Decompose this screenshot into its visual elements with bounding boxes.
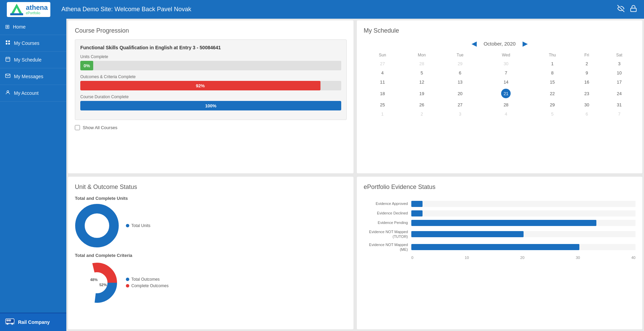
- units-pct-label: 0%: [84, 63, 90, 68]
- cal-day[interactable]: 5: [534, 109, 571, 119]
- cal-day[interactable]: 25: [364, 100, 401, 109]
- units-label: Units Complete: [80, 54, 341, 59]
- cal-day[interactable]: 29: [534, 100, 571, 109]
- svg-rect-4: [631, 8, 637, 12]
- my-schedule-panel: My Schedule ◀ October, 2020 ▶ Sun Mon Tu…: [357, 20, 642, 173]
- axis-row: 010203040: [411, 256, 635, 260]
- cal-day[interactable]: 11: [364, 77, 401, 87]
- unit-outcome-panel: Unit & Outcome Status Total and Complete…: [68, 177, 353, 330]
- cal-day[interactable]: 8: [534, 68, 571, 77]
- lock-icon[interactable]: [630, 5, 637, 14]
- cal-day[interactable]: 19: [401, 87, 442, 100]
- svg-rect-9: [6, 57, 10, 62]
- cal-day[interactable]: 16: [571, 77, 603, 87]
- train-icon: [5, 317, 15, 327]
- calendar-header: ◀ October, 2020 ▶: [364, 39, 635, 48]
- sidebar-item-my-courses[interactable]: My Courses: [0, 35, 66, 52]
- cal-day[interactable]: 23: [571, 87, 603, 100]
- outcomes-bar-container: 92%: [80, 81, 341, 90]
- cal-day[interactable]: 7: [603, 109, 635, 119]
- unit-outcome-title: Unit & Outcome Status: [75, 184, 347, 191]
- axis-tick: 0: [411, 256, 413, 260]
- home-icon: ⊞: [5, 23, 10, 30]
- outcomes-section: Outcomes & Criteria Complete 92%: [80, 74, 341, 90]
- header-icons: [617, 5, 637, 14]
- donut2-svg: 48% 52%: [75, 261, 119, 305]
- calendar-month: October, 2020: [483, 41, 515, 47]
- sidebar-item-my-schedule[interactable]: My Schedule: [0, 52, 66, 68]
- cal-day[interactable]: 2: [401, 109, 442, 119]
- cal-day[interactable]: 31: [603, 100, 635, 109]
- cal-day[interactable]: 1: [364, 109, 401, 119]
- cal-day[interactable]: 24: [603, 87, 635, 100]
- outcomes-progress-bar: 92%: [80, 81, 320, 90]
- cal-day[interactable]: 15: [534, 77, 571, 87]
- sidebar-nav: ⊞ Home My Courses My Schedule My Messag: [0, 19, 66, 313]
- legend-label-total-units: Total Units: [131, 223, 150, 228]
- eye-off-icon[interactable]: [617, 5, 625, 14]
- cal-day[interactable]: 29: [442, 59, 478, 68]
- next-month-button[interactable]: ▶: [523, 39, 528, 48]
- cal-day[interactable]: 30: [478, 59, 534, 68]
- legend-complete-outcomes: Complete Outcomes: [126, 283, 168, 288]
- svg-rect-5: [6, 40, 7, 42]
- cal-day[interactable]: 1: [534, 59, 571, 68]
- svg-point-13: [7, 91, 9, 92]
- duration-section: Course Duration Complete 100%: [80, 94, 341, 110]
- cal-day[interactable]: 2: [571, 59, 603, 68]
- sidebar-item-my-messages[interactable]: My Messages: [0, 68, 66, 85]
- bar-row: Evidence Approved: [364, 201, 635, 207]
- donut1-row: Total Units: [75, 204, 347, 248]
- cal-day[interactable]: 3: [603, 59, 635, 68]
- calendar-grid: Sun Mon Tue Wed Thu Fri Sat 272829301234…: [364, 51, 635, 119]
- cal-day[interactable]: 27: [364, 59, 401, 68]
- cal-day[interactable]: 18: [364, 87, 401, 100]
- cal-day[interactable]: 13: [442, 77, 478, 87]
- show-all-checkbox[interactable]: [75, 125, 80, 130]
- axis-tick: 20: [520, 256, 524, 260]
- cal-day[interactable]: 20: [442, 87, 478, 100]
- bar-row: Evidence Pending: [364, 220, 635, 226]
- cal-day[interactable]: 4: [478, 109, 534, 119]
- course-title: Functional Skills Qualification in Engli…: [80, 45, 341, 50]
- cal-day[interactable]: 6: [442, 68, 478, 77]
- app-header: athena ePortfolio Athena Demo Site: Welc…: [0, 0, 644, 19]
- cal-day-tue: Tue: [442, 51, 478, 59]
- cal-day[interactable]: 7: [478, 68, 534, 77]
- outcomes-pct-label: 92%: [196, 83, 205, 88]
- bar-area: [411, 220, 635, 226]
- bar-fill: [411, 231, 524, 237]
- sidebar-item-my-account[interactable]: My Account: [0, 85, 66, 102]
- legend-total-outcomes: Total Outcomes: [126, 277, 168, 282]
- cal-day[interactable]: 22: [534, 87, 571, 100]
- cal-day[interactable]: 17: [603, 77, 635, 87]
- cal-day[interactable]: 30: [571, 100, 603, 109]
- sidebar-item-home[interactable]: ⊞ Home: [0, 19, 66, 35]
- legend-dot-red: [126, 284, 129, 288]
- cal-day[interactable]: 28: [401, 59, 442, 68]
- cal-day[interactable]: 27: [442, 100, 478, 109]
- cal-day[interactable]: 26: [401, 100, 442, 109]
- account-icon: [5, 90, 11, 97]
- cal-day[interactable]: 28: [478, 100, 534, 109]
- prev-month-button[interactable]: ◀: [472, 39, 477, 48]
- charts-container: Total and Complete Units Total Units: [75, 196, 347, 305]
- show-all-label[interactable]: Show All Courses: [83, 125, 117, 130]
- cal-day[interactable]: 10: [603, 68, 635, 77]
- donut1-svg: [75, 204, 119, 248]
- company-label: Rail Company: [18, 319, 50, 325]
- logo-sub-text: ePortfolio: [26, 11, 48, 15]
- svg-point-23: [86, 215, 108, 237]
- cal-day[interactable]: 4: [364, 68, 401, 77]
- cal-day[interactable]: 14: [478, 77, 534, 87]
- cal-day[interactable]: 6: [571, 109, 603, 119]
- cal-day[interactable]: 12: [401, 77, 442, 87]
- cal-day[interactable]: 5: [401, 68, 442, 77]
- donut1-section: Total and Complete Units Total Units: [75, 196, 347, 248]
- cal-day[interactable]: 21: [478, 87, 534, 100]
- cal-day[interactable]: 3: [442, 109, 478, 119]
- today-indicator: 21: [501, 89, 511, 98]
- eportfolio-title: ePortfolio Evidence Status: [364, 184, 635, 191]
- cal-day[interactable]: 9: [571, 68, 603, 77]
- duration-bar-container: 100%: [80, 101, 341, 110]
